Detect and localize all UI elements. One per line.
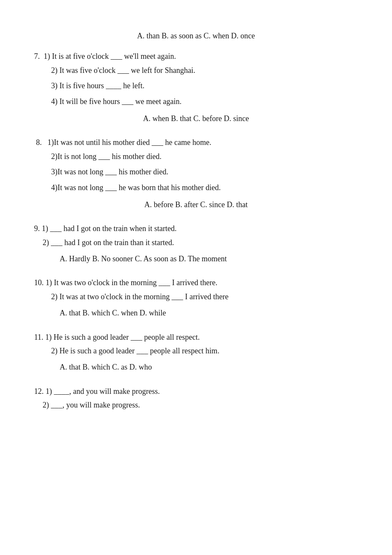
q9-item2: 2) ___ had I got on the train than it st… <box>43 236 358 249</box>
q7-header: 7. 1) It is at five o'clock ___ we'll me… <box>34 49 358 63</box>
q10-item1: 1) It was two o'clock in the morning ___… <box>46 278 217 287</box>
q7-options-text: A. when B. that C. before D. since <box>143 114 249 123</box>
q8-item3: 3)It was not long ___ his mother died. <box>51 165 358 179</box>
question-7: 7. 1) It is at five o'clock ___ we'll me… <box>34 49 358 125</box>
q7-item1: 1) It is at five o'clock ___ we'll meet … <box>44 52 176 61</box>
q11-options: A. that B. which C. as D. who <box>60 360 358 374</box>
q12-number: 12. <box>34 387 46 396</box>
question-11: 11. 1) He is such a good leader ___ peop… <box>34 330 358 374</box>
top-options-line: A. than B. as soon as C. when D. once <box>34 29 358 43</box>
q9-item1: 1) ___ had I got on the train when it st… <box>42 224 176 233</box>
question-8: 8. 1)It was not until his mother died __… <box>34 136 358 211</box>
q8-options: A. before B. after C. since D. that <box>34 198 358 211</box>
q9-number: 9. <box>34 224 42 233</box>
q7-item3: 3) It is five hours ____ he left. <box>51 79 358 92</box>
q9-options-text: A. Hardly B. No sooner C. As soon as D. … <box>60 254 227 263</box>
q10-header: 10. 1) It was two o'clock in the morning… <box>34 276 358 289</box>
q12-item1: 1) ____, and you will make progress. <box>46 387 160 396</box>
question-9: 9. 1) ___ had I got on the train when it… <box>34 222 358 266</box>
q10-item2: 2) It was at two o'clock in the morning … <box>51 290 358 304</box>
q8-options-text: A. before B. after C. since D. that <box>144 200 248 209</box>
q10-number: 10. <box>34 278 46 287</box>
q10-options: A. that B. which C. when D. while <box>60 306 358 320</box>
q7-item2: 2) It was five o'clock ___ we left for S… <box>51 64 358 77</box>
q11-header: 11. 1) He is such a good leader ___ peop… <box>34 330 358 344</box>
q8-item2: 2)It is not long ___ his mother died. <box>51 150 358 163</box>
q8-number: 8. <box>34 138 48 147</box>
q11-options-text: A. that B. which C. as D. who <box>60 363 152 371</box>
q7-item4: 4) It will be five hours ___ we meet aga… <box>51 95 358 108</box>
q8-item1: 1)It was not until his mother died ___ h… <box>48 138 211 147</box>
q11-number: 11. <box>34 333 45 341</box>
q12-item2: 2) ___, you will make progress. <box>43 398 358 412</box>
q11-item1: 1) He is such a good leader ___ people a… <box>45 333 199 341</box>
q7-number: 7. <box>34 52 44 61</box>
q8-header: 8. 1)It was not until his mother died __… <box>34 136 358 149</box>
q9-options: A. Hardly B. No sooner C. As soon as D. … <box>60 252 358 266</box>
q7-options: A. when B. that C. before D. since <box>34 112 358 125</box>
q8-item4: 4)It was not long ___ he was born that h… <box>51 181 358 194</box>
q10-options-text: A. that B. which C. when D. while <box>60 309 166 317</box>
q12-header: 12. 1) ____, and you will make progress. <box>34 384 358 398</box>
question-12: 12. 1) ____, and you will make progress.… <box>34 384 358 412</box>
q11-item2: 2) He is such a good leader ___ people a… <box>51 344 358 358</box>
q9-header: 9. 1) ___ had I got on the train when it… <box>34 222 358 235</box>
question-10: 10. 1) It was two o'clock in the morning… <box>34 276 358 320</box>
top-options-text: A. than B. as soon as C. when D. once <box>137 32 255 40</box>
